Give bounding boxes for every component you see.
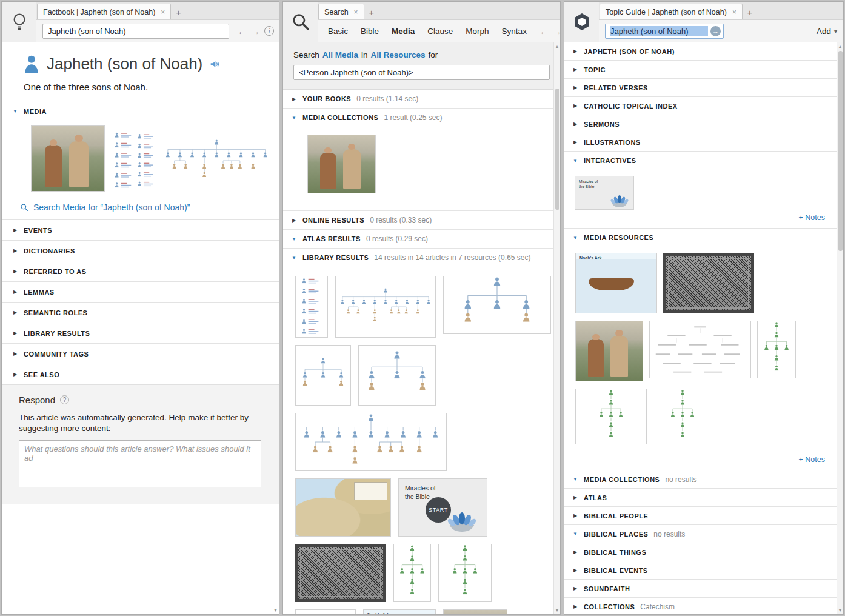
new-tab-button[interactable]: + — [171, 5, 185, 19]
media-thumb-genealogy[interactable] — [295, 345, 351, 406]
media-thumb-painting[interactable] — [443, 609, 507, 614]
tab-search[interactable]: Search × — [318, 4, 364, 19]
group-media-collections[interactable]: ▼ MEDIA COLLECTIONS 1 result (0.25 sec) — [283, 109, 560, 127]
add-notes-link[interactable]: + Notes — [564, 452, 843, 470]
media-thumb-family-tree[interactable] — [393, 544, 431, 602]
media-thumb-genealogy[interactable] — [295, 413, 447, 471]
media-thumb-chart[interactable] — [649, 321, 751, 378]
section-media[interactable]: ▼ MEDIA — [2, 101, 279, 121]
respond-textarea[interactable] — [19, 440, 261, 487]
section-interactives[interactable]: ▼ INTERACTIVES — [564, 152, 843, 170]
section-semantic-roles[interactable]: ▶ SEMANTIC ROLES — [2, 302, 279, 323]
section-referred-to-as[interactable]: ▶ REFERRED TO AS — [2, 261, 279, 281]
add-button[interactable]: Add ▾ — [817, 27, 837, 36]
scrollbar-thumb[interactable] — [555, 89, 559, 210]
section-biblical-people[interactable]: ▶ BIBLICAL PEOPLE — [564, 507, 843, 525]
media-thumb-engraving[interactable] — [663, 253, 754, 313]
tab-bible[interactable]: Bible — [356, 27, 383, 36]
all-media-link[interactable]: All Media — [322, 50, 358, 59]
media-thumb-painting[interactable] — [31, 125, 105, 192]
tab-clause[interactable]: Clause — [423, 27, 457, 36]
scrollbar-thumb[interactable] — [838, 51, 843, 251]
media-thumb-family-tree[interactable] — [757, 321, 796, 378]
media-thumb-infographic[interactable]: Noah's Ark — [363, 609, 436, 614]
speaker-icon[interactable] — [210, 60, 220, 69]
info-icon[interactable]: i — [264, 26, 274, 36]
vertical-scrollbar[interactable]: ▲ ▼ — [553, 42, 560, 614]
section-sermons[interactable]: ▶ SERMONS — [564, 115, 843, 133]
section-related-verses[interactable]: ▶ RELATED VERSES — [564, 79, 843, 97]
section-dictionaries[interactable]: ▶ DICTIONARIES — [2, 240, 279, 261]
media-thumb-infographic[interactable]: Noah's Ark — [575, 253, 657, 313]
section-collections[interactable]: ▶ COLLECTIONS Catechism — [564, 598, 843, 614]
scroll-down-icon[interactable]: ▼ — [554, 608, 560, 612]
section-catholic-topical-index[interactable]: ▶ CATHOLIC TOPICAL INDEX — [564, 97, 843, 115]
section-biblical-places[interactable]: ▼ BIBLICAL PLACES no results — [564, 525, 843, 543]
scroll-up-icon[interactable]: ▲ — [554, 44, 560, 49]
vertical-scrollbar[interactable]: ▼ — [272, 42, 279, 614]
forward-icon[interactable]: → — [553, 26, 561, 36]
section-atlas[interactable]: ▶ ATLAS — [564, 489, 843, 507]
section-see-also[interactable]: ▶ SEE ALSO — [2, 364, 279, 384]
tab-topic-guide[interactable]: Topic Guide | Japheth (son of Noah) × — [600, 4, 743, 19]
close-icon[interactable]: × — [732, 8, 736, 16]
section-events[interactable]: ▶ EVENTS — [2, 219, 279, 240]
group-library-results[interactable]: ▼ LIBRARY RESULTS 14 results in 14 artic… — [283, 249, 560, 267]
media-thumb-family-tree[interactable] — [653, 389, 712, 444]
section-illustrations[interactable]: ▶ ILLUSTRATIONS — [564, 133, 843, 152]
search-query-input[interactable] — [293, 65, 550, 80]
help-icon[interactable]: ? — [60, 395, 69, 404]
add-notes-link[interactable]: + Notes — [564, 210, 843, 228]
media-thumb-person-list[interactable] — [295, 276, 328, 338]
search-media-link[interactable]: Search Media for “Japheth (son of Noah)” — [2, 201, 279, 219]
forward-icon[interactable]: → — [251, 26, 260, 36]
new-tab-button[interactable]: + — [743, 5, 757, 19]
chevron-right-icon: ▶ — [12, 372, 18, 377]
media-thumb-painting[interactable] — [307, 135, 376, 193]
back-icon[interactable]: ← — [238, 26, 247, 36]
section-community-tags[interactable]: ▶ COMMUNITY TAGS — [2, 343, 279, 364]
group-online-results[interactable]: ▶ ONLINE RESULTS 0 results (0.33 sec) — [283, 211, 560, 230]
factbook-search-input[interactable] — [42, 24, 229, 39]
section-soundfaith[interactable]: ▶ SOUNDFAITH — [564, 580, 843, 598]
group-atlas-results[interactable]: ▼ ATLAS RESULTS 0 results (0.29 sec) — [283, 230, 560, 249]
interactive-thumb-miracles[interactable]: Miracles of the Bible — [575, 176, 634, 210]
tab-basic[interactable]: Basic — [324, 27, 352, 36]
section-media-resources[interactable]: ▼ MEDIA RESOURCES — [564, 229, 843, 247]
section-biblical-events[interactable]: ▶ BIBLICAL EVENTS — [564, 561, 843, 580]
scroll-up-icon[interactable]: ▲ — [837, 44, 843, 49]
media-thumb-family-tree[interactable] — [575, 389, 647, 444]
media-thumb-painting[interactable] — [575, 321, 643, 381]
media-thumb-genealogy[interactable] — [443, 276, 551, 334]
close-icon[interactable]: × — [354, 8, 358, 16]
media-thumb-chart[interactable] — [295, 609, 356, 614]
section-japheth-son-of-noah[interactable]: ▶ JAPHETH (SON OF NOAH) — [564, 42, 843, 61]
all-resources-link[interactable]: All Resources — [371, 50, 426, 59]
tab-media[interactable]: Media — [387, 27, 419, 36]
back-icon[interactable]: ← — [539, 26, 549, 36]
scroll-down-icon[interactable]: ▼ — [837, 608, 843, 612]
media-thumb-genealogy[interactable] — [113, 125, 273, 196]
section-topic[interactable]: ▶ TOPIC — [564, 61, 843, 79]
new-tab-button[interactable]: + — [364, 5, 379, 19]
media-thumb-genealogy[interactable] — [358, 345, 436, 406]
tab-syntax[interactable]: Syntax — [498, 27, 531, 36]
section-lemmas[interactable]: ▶ LEMMAS — [2, 281, 279, 302]
media-thumb-map[interactable] — [295, 478, 391, 537]
scroll-down-icon[interactable]: ▼ — [272, 608, 279, 612]
topic-guide-tab-row: Topic Guide | Japheth (son of Noah) × + — [599, 2, 843, 20]
section-library-results[interactable]: ▶ LIBRARY RESULTS — [2, 323, 279, 343]
topic-guide-search-input[interactable]: Japheth (son of Noah) → — [605, 24, 724, 39]
media-thumb-engraving[interactable] — [295, 544, 386, 602]
close-icon[interactable]: × — [161, 8, 165, 16]
media-thumb-genealogy[interactable] — [335, 276, 436, 338]
section-media-collections[interactable]: ▼ MEDIA COLLECTIONS no results — [564, 470, 843, 489]
go-icon[interactable]: → — [710, 26, 721, 36]
vertical-scrollbar[interactable]: ▲ ▼ — [837, 42, 843, 614]
tab-morph[interactable]: Morph — [461, 27, 493, 36]
media-thumb-family-tree[interactable] — [438, 544, 492, 602]
section-biblical-things[interactable]: ▶ BIBLICAL THINGS — [564, 543, 843, 561]
tab-factbook[interactable]: Factbook | Japheth (son of Noah) × — [37, 4, 171, 19]
group-your-books[interactable]: ▶ YOUR BOOKS 0 results (1.14 sec) — [283, 90, 560, 109]
media-thumb-miracles-interactive[interactable]: Miracles of the Bible START — [398, 478, 487, 537]
